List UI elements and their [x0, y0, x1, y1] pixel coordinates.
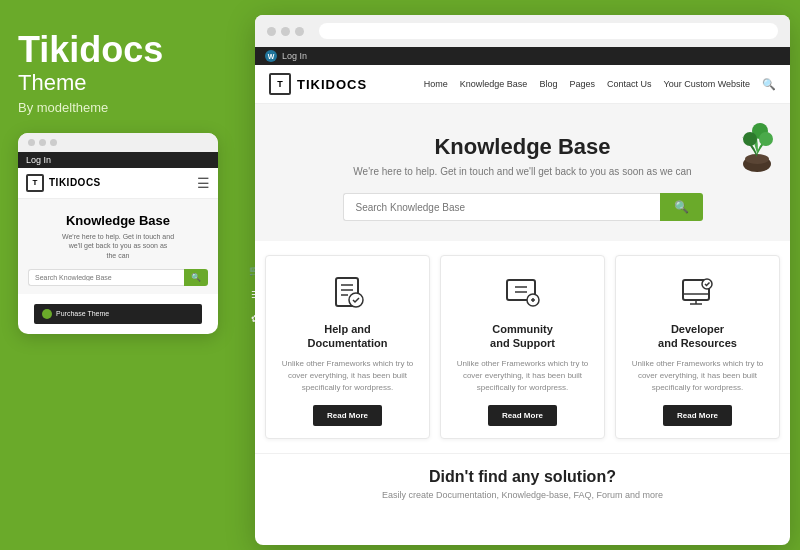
mobile-logo-box: T [26, 174, 44, 192]
site-logo-wrap: T TIKIDOCS [269, 73, 367, 95]
mobile-hero: Knowledge Base We're here to help. Get i… [18, 199, 218, 294]
site-nav: T TIKIDOCS Home Knowledge Base Blog Page… [255, 65, 790, 104]
mobile-dots [18, 133, 218, 152]
bottom-section: Didn't find any solution? Easily create … [255, 453, 790, 508]
nav-link-pages[interactable]: Pages [569, 79, 595, 89]
nav-link-custom[interactable]: Your Custom Website [663, 79, 750, 89]
card-btn-3[interactable]: Read More [663, 405, 732, 426]
wp-logo-icon: W [265, 50, 277, 62]
mobile-purchase-label: Purchase Theme [56, 310, 109, 317]
mobile-hamburger-icon[interactable]: ☰ [197, 175, 210, 191]
nav-link-blog[interactable]: Blog [539, 79, 557, 89]
card-community: Communityand Support Unlike other Framew… [440, 255, 605, 439]
mobile-preview: Log In T TIKIDOCS ☰ Knowledge Base We're… [18, 133, 218, 334]
dot-2 [39, 139, 46, 146]
mobile-logo-wrap: T TIKIDOCS [26, 174, 101, 192]
hero-search-input[interactable] [343, 193, 660, 221]
card-title-1: Help andDocumentation [278, 322, 417, 351]
card-icon-developer [678, 272, 718, 312]
mobile-logo-text: TIKIDOCS [49, 177, 101, 188]
card-title-2: Communityand Support [453, 322, 592, 351]
card-btn-2[interactable]: Read More [488, 405, 557, 426]
nav-link-home[interactable]: Home [424, 79, 448, 89]
mobile-search-input[interactable] [28, 269, 184, 286]
card-help-docs: Help andDocumentation Unlike other Frame… [265, 255, 430, 439]
card-desc-3: Unlike other Frameworks which try to cov… [628, 358, 767, 394]
brand-title: Tikidocs [18, 30, 238, 70]
browser-dot-1 [267, 27, 276, 36]
card-desc-2: Unlike other Frameworks which try to cov… [453, 358, 592, 394]
card-icon-community [503, 272, 543, 312]
dot-3 [50, 139, 57, 146]
site-logo-text: TIKIDOCS [297, 77, 367, 92]
hero-search-button[interactable]: 🔍 [660, 193, 703, 221]
mobile-search-wrap: 🔍 [28, 269, 208, 286]
bottom-subtitle: Easily create Documentation, Knowledge-b… [275, 490, 770, 500]
mobile-login-bar: Log In [18, 152, 218, 168]
nav-link-kb[interactable]: Knowledge Base [460, 79, 528, 89]
left-panel: Tikidocs Theme By modeltheme Log In T TI… [18, 30, 238, 334]
browser-adminbar: W Log In [255, 47, 790, 65]
card-developer: Developerand Resources Unlike other Fram… [615, 255, 780, 439]
card-icon-help [328, 272, 368, 312]
brand-subtitle: Theme [18, 70, 238, 96]
svg-point-4 [759, 132, 773, 146]
plant-decoration [722, 109, 782, 179]
browser-window: W Log In T TIKIDOCS Home Knowledge Base … [255, 15, 790, 545]
mobile-nav: T TIKIDOCS ☰ [18, 168, 218, 199]
card-title-3: Developerand Resources [628, 322, 767, 351]
mobile-search-button[interactable]: 🔍 [184, 269, 208, 286]
hero-subtitle: We're here to help. Get in touch and we'… [275, 166, 770, 177]
browser-addressbar[interactable] [319, 23, 778, 39]
mobile-hero-sub: We're here to help. Get in touch andwe'l… [28, 232, 208, 261]
hero-section: Knowledge Base We're here to help. Get i… [255, 104, 790, 241]
browser-topbar [255, 15, 790, 47]
hero-title: Knowledge Base [275, 134, 770, 160]
mobile-hero-title: Knowledge Base [28, 213, 208, 228]
dot-1 [28, 139, 35, 146]
site-nav-links: Home Knowledge Base Blog Pages Contact U… [424, 78, 776, 91]
site-logo-box-icon: T [269, 73, 291, 95]
svg-point-3 [743, 132, 757, 146]
nav-link-contact[interactable]: Contact Us [607, 79, 652, 89]
brand-by: By modeltheme [18, 100, 238, 115]
card-btn-1[interactable]: Read More [313, 405, 382, 426]
hero-search-wrap: 🔍 [343, 193, 703, 221]
nav-search-icon[interactable]: 🔍 [762, 78, 776, 91]
admin-bar-label: Log In [282, 51, 307, 61]
browser-dot-2 [281, 27, 290, 36]
card-desc-1: Unlike other Frameworks which try to cov… [278, 358, 417, 394]
bottom-title: Didn't find any solution? [275, 468, 770, 486]
purchase-dot-icon [42, 309, 52, 319]
mobile-purchase-btn[interactable]: Purchase Theme [34, 304, 202, 324]
browser-dot-3 [295, 27, 304, 36]
mobile-purchase-wrap: Purchase Theme [18, 294, 218, 334]
cards-section: Help andDocumentation Unlike other Frame… [255, 241, 790, 453]
